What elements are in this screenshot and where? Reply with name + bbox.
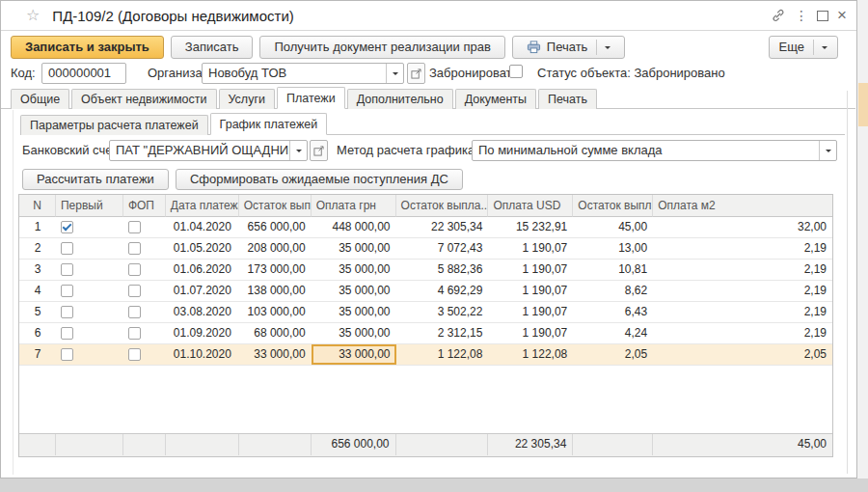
table-cell-first[interactable]	[56, 323, 123, 344]
first-payment-checkbox[interactable]	[61, 221, 73, 233]
table-cell-payment_grn[interactable]: 35 000,00	[312, 281, 396, 302]
table-cell-date[interactable]: 01.07.2020	[166, 281, 239, 302]
maximize-icon[interactable]	[813, 1, 832, 30]
table-cell-payment_usd[interactable]: 1 190,07	[488, 260, 573, 281]
save-and-close-button[interactable]: Записать и закрыть	[11, 36, 164, 59]
first-payment-checkbox[interactable]	[61, 306, 73, 318]
subtab-1[interactable]: График платежей	[210, 113, 328, 135]
calc-method-combo[interactable]: По минимальной сумме вклада	[472, 140, 837, 161]
code-input[interactable]: 000000001	[41, 63, 126, 84]
table-cell-date[interactable]: 01.10.2020	[166, 344, 239, 366]
column-header-fop[interactable]: ФОП	[123, 195, 166, 217]
favorite-star-icon[interactable]: ☆	[26, 1, 40, 30]
column-header-date[interactable]: Дата платежа	[166, 195, 239, 217]
table-cell-payment_usd[interactable]: 1 190,07	[488, 238, 573, 260]
organization-combo[interactable]: Новобуд ТОВ	[202, 63, 404, 84]
column-header-n[interactable]: N	[19, 195, 56, 217]
fop-checkbox[interactable]	[128, 348, 141, 361]
tab-3[interactable]: Платежи	[277, 87, 345, 109]
table-row[interactable]: 401.07.2020138 000,0035 000,004 692,291 …	[19, 281, 832, 302]
table-cell-date[interactable]: 01.04.2020	[166, 217, 239, 238]
table-cell-payment_m2[interactable]: 2,19	[653, 238, 832, 260]
table-cell-n[interactable]: 6	[19, 323, 56, 344]
close-icon[interactable]: ×	[832, 1, 852, 30]
first-payment-checkbox[interactable]	[61, 263, 73, 276]
table-cell-payment_usd[interactable]: 1 122,08	[488, 344, 573, 366]
table-cell-remaining_usd[interactable]: 4 692,29	[396, 281, 489, 302]
table-cell-payment_grn[interactable]: 35 000,00	[312, 302, 396, 323]
table-cell-n[interactable]: 7	[19, 344, 56, 366]
generate-expected-receipts-button[interactable]: Сформировать ожидаемые поступления ДС	[176, 169, 463, 190]
table-cell-n[interactable]: 5	[19, 302, 56, 323]
table-cell-date[interactable]: 03.08.2020	[166, 302, 239, 323]
fop-checkbox[interactable]	[128, 306, 141, 318]
table-cell-remaining_m2[interactable]: 45,00	[573, 217, 653, 238]
table-cell-fop[interactable]	[123, 344, 166, 366]
table-row[interactable]: 701.10.202033 000,0033 000,001 122,081 1…	[19, 344, 832, 366]
column-header-payment_usd[interactable]: Оплата USD	[488, 195, 573, 217]
table-row[interactable]: 101.04.2020656 000,00448 000,0022 305,34…	[19, 217, 832, 238]
tab-1[interactable]: Объект недвижимости	[71, 89, 216, 109]
table-cell-payment_m2[interactable]: 32,00	[653, 217, 832, 238]
table-cell-date[interactable]: 01.05.2020	[166, 238, 239, 260]
table-cell-payment_grn[interactable]: 35 000,00	[312, 260, 396, 281]
table-cell-remaining_m2[interactable]: 10,81	[573, 260, 653, 281]
table-cell-remaining_usd[interactable]: 2 312,15	[396, 323, 489, 344]
table-cell-payment_m2[interactable]: 2,19	[653, 260, 832, 281]
kebab-menu-icon[interactable]: ⋮	[792, 1, 811, 30]
tab-6[interactable]: Печать	[538, 89, 597, 109]
column-header-remaining_usd[interactable]: Остаток выпла...	[396, 195, 489, 217]
table-cell-date[interactable]: 01.09.2020	[166, 323, 239, 344]
table-cell-fop[interactable]	[123, 281, 166, 302]
table-cell-remaining_usd[interactable]: 7 072,43	[396, 238, 489, 260]
table-cell-remaining_grn[interactable]: 173 000,00	[239, 260, 312, 281]
table-row[interactable]: 503.08.2020103 000,0035 000,003 502,221 …	[19, 302, 832, 323]
tab-4[interactable]: Дополнительно	[347, 89, 453, 109]
table-cell-remaining_grn[interactable]: 33 000,00	[239, 344, 312, 366]
table-cell-remaining_grn[interactable]: 103 000,00	[239, 302, 312, 323]
fop-checkbox[interactable]	[128, 242, 141, 255]
table-cell-n[interactable]: 4	[19, 281, 56, 302]
table-cell-remaining_grn[interactable]: 138 000,00	[239, 281, 312, 302]
table-cell-first[interactable]	[56, 281, 123, 302]
first-payment-checkbox[interactable]	[61, 348, 73, 361]
fop-checkbox[interactable]	[128, 327, 141, 340]
table-cell-fop[interactable]	[123, 323, 166, 344]
table-cell-payment_m2[interactable]: 2,05	[653, 344, 832, 366]
first-payment-checkbox[interactable]	[61, 327, 73, 340]
get-document-button[interactable]: Получить документ реализации прав	[259, 36, 504, 59]
table-cell-payment_grn[interactable]: 448 000,00	[312, 217, 396, 238]
table-cell-payment_m2[interactable]: 2,19	[653, 323, 832, 344]
table-cell-payment_usd[interactable]: 1 190,07	[488, 281, 573, 302]
table-cell-payment_grn[interactable]: 33 000,00	[312, 344, 396, 366]
table-cell-remaining_m2[interactable]: 2,05	[573, 344, 653, 366]
bank-account-open-button[interactable]	[310, 140, 328, 161]
table-cell-n[interactable]: 2	[19, 238, 56, 260]
print-button[interactable]: Печать	[512, 36, 626, 59]
table-cell-payment_grn[interactable]: 35 000,00	[312, 238, 396, 260]
print-dropdown-caret[interactable]	[596, 40, 610, 55]
table-cell-remaining_usd[interactable]: 22 305,34	[396, 217, 489, 238]
table-cell-fop[interactable]	[123, 302, 166, 323]
table-cell-first[interactable]	[56, 217, 123, 238]
table-cell-payment_m2[interactable]: 2,19	[653, 281, 832, 302]
subtab-0[interactable]: Параметры расчета платежей	[20, 115, 208, 135]
organization-dropdown-caret[interactable]	[386, 64, 403, 83]
bank-account-combo[interactable]: ПАТ "ДЕРЖАВНИЙ ОЩАДНИЙ БАНК УКІ	[109, 140, 308, 161]
link-icon[interactable]	[769, 1, 788, 30]
table-row[interactable]: 601.09.202068 000,0035 000,002 312,151 1…	[19, 323, 832, 344]
table-cell-remaining_usd[interactable]: 1 122,08	[396, 344, 489, 366]
reserve-checkbox[interactable]	[509, 65, 523, 78]
table-cell-payment_grn[interactable]: 35 000,00	[312, 323, 396, 344]
fop-checkbox[interactable]	[128, 221, 141, 233]
bank-account-dropdown-caret[interactable]	[289, 141, 307, 160]
table-cell-remaining_grn[interactable]: 68 000,00	[239, 323, 312, 344]
tab-2[interactable]: Услуги	[219, 89, 275, 109]
column-header-first[interactable]: Первый	[56, 195, 123, 217]
table-cell-first[interactable]	[56, 344, 123, 366]
fop-checkbox[interactable]	[128, 263, 141, 276]
save-button[interactable]: Записать	[171, 36, 254, 59]
calc-method-dropdown-caret[interactable]	[819, 141, 836, 160]
column-header-remaining_m2[interactable]: Остаток выпл...	[573, 195, 653, 217]
table-cell-first[interactable]	[56, 260, 123, 281]
